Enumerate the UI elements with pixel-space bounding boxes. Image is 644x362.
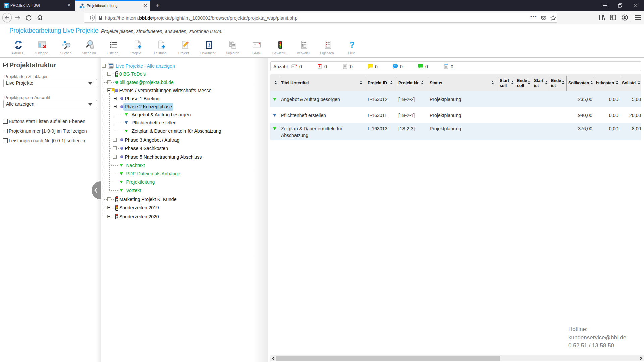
- svg-text:i: i: [208, 42, 210, 48]
- svg-text:?: ?: [349, 40, 354, 49]
- svg-text:?!: ?!: [394, 65, 397, 68]
